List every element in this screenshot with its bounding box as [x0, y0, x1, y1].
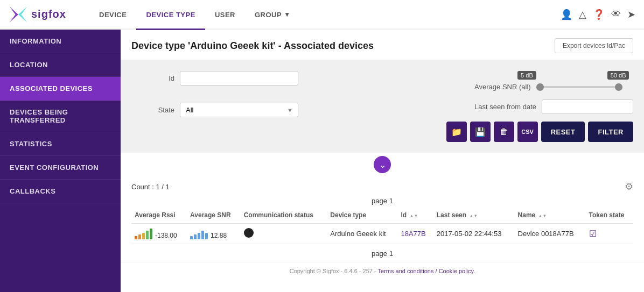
filter-col-left: Id State All Active Inactive ▼ — [131, 71, 298, 117]
footer-link[interactable]: Terms and conditions / Cookie policy. — [378, 268, 475, 274]
logo-icon — [9, 5, 28, 24]
table-row[interactable]: -138.00 12.88 Arduino Geeek kit 18A77B 2… — [131, 224, 633, 244]
sort-arrows-id: ▲▼ — [409, 214, 418, 218]
state-select[interactable]: All Active Inactive — [180, 103, 298, 117]
snr-thumb-right[interactable] — [615, 83, 622, 91]
cell-id[interactable]: 18A77B — [397, 224, 433, 244]
count-text: Count : 1 / 1 — [131, 183, 170, 191]
export-button[interactable]: Export devices Id/Pac — [555, 38, 633, 53]
col-id[interactable]: Id ▲▼ — [397, 207, 433, 224]
snr-row: Average SNR (all) — [474, 83, 622, 91]
folder-icon: 📁 — [451, 127, 462, 137]
trash-icon: 🗑 — [500, 127, 508, 137]
snr-max-badge: 50 dB — [607, 71, 629, 80]
exit-icon[interactable]: ➤ — [627, 9, 635, 20]
top-nav: sigfox DEVICE DEVICE TYPE USER GROUP ▼ 👤… — [0, 0, 644, 30]
id-label: Id — [131, 74, 174, 82]
csv-button[interactable]: CSV — [517, 122, 538, 142]
snr-bars — [190, 229, 208, 239]
table-area: Count : 1 / 1 ⚙ page 1 Average Rssi Aver… — [121, 176, 644, 260]
col-avg-snr: Average SNR — [187, 207, 241, 224]
sidebar-item-event-configuration[interactable]: EVENT CONFIGURATION — [0, 156, 121, 180]
filter-area: Id State All Active Inactive ▼ — [121, 60, 644, 153]
filter-columns: Id State All Active Inactive ▼ — [131, 71, 633, 117]
page-text-top: page 1 — [131, 195, 633, 207]
cell-name: Device 0018A77B — [515, 224, 586, 244]
nav-icons: 👤 △ ❓ 👁 ➤ — [561, 9, 635, 20]
toggle-button[interactable]: ⌄ — [374, 156, 391, 173]
table-header-row: Average Rssi Average SNR Communication s… — [131, 207, 633, 224]
eye-icon[interactable]: 👁 — [611, 9, 621, 20]
nav-group[interactable]: GROUP ▼ — [245, 1, 300, 30]
person-icon[interactable]: 👤 — [561, 9, 572, 20]
snr-thumb-left[interactable] — [536, 83, 544, 91]
data-table: Average Rssi Average SNR Communication s… — [131, 207, 633, 244]
snr-min-badge: 5 dB — [517, 71, 536, 80]
main-layout: INFORMATION LOCATION ASSOCIATED DEVICES … — [0, 30, 644, 292]
nav-device-type[interactable]: DEVICE TYPE — [136, 1, 205, 30]
last-seen-input[interactable] — [542, 99, 633, 114]
snr-badges-row: 5 dB 50 dB — [474, 71, 629, 80]
main-content: Device type 'Arduino Geeek kit' - Associ… — [121, 30, 644, 292]
svg-marker-0 — [10, 6, 18, 22]
snr-slider[interactable] — [536, 86, 622, 88]
sidebar-item-callbacks[interactable]: CALLBACKS — [0, 180, 121, 203]
snr-badge-row: 5 dB 50 dB — [517, 71, 629, 80]
snr-area: 5 dB 50 dB Average SNR (all) — [474, 71, 633, 91]
col-comm-status: Communication status — [241, 207, 327, 224]
cell-comm-status — [241, 224, 327, 244]
logo-text: sigfox — [31, 8, 66, 20]
nav-links: DEVICE DEVICE TYPE USER GROUP ▼ — [89, 0, 561, 29]
col-token-state: Token state — [586, 207, 633, 224]
filter-row-id: Id — [131, 71, 298, 86]
cell-token-state: ☑ — [586, 224, 633, 244]
col-device-type: Device type — [327, 207, 397, 224]
question-icon[interactable]: ❓ — [593, 9, 605, 20]
folder-button[interactable]: 📁 — [446, 122, 467, 142]
token-state-icon: ☑ — [589, 229, 597, 238]
footer: Copyright © Sigfox - 6.4.6 - 257 - Terms… — [121, 262, 644, 280]
last-seen-row: Last seen from date — [474, 99, 633, 114]
settings-icon[interactable]: ⚙ — [625, 181, 633, 193]
sidebar: INFORMATION LOCATION ASSOCIATED DEVICES … — [0, 30, 121, 292]
reset-button[interactable]: RESET — [541, 122, 585, 142]
filter-button[interactable]: FILTER — [588, 122, 633, 142]
sidebar-item-location[interactable]: LOCATION — [0, 53, 121, 77]
rssi-value: -138.00 — [155, 232, 177, 239]
logo-area: sigfox — [9, 5, 68, 24]
state-label: State — [131, 106, 174, 114]
svg-marker-1 — [18, 6, 27, 22]
sort-arrows-name: ▲▼ — [538, 214, 547, 218]
warning-icon[interactable]: △ — [579, 9, 586, 20]
cell-device-type: Arduino Geeek kit — [327, 224, 397, 244]
snr-value: 12.88 — [211, 232, 227, 239]
save-icon: 💾 — [475, 127, 486, 137]
sidebar-item-information[interactable]: INFORMATION — [0, 30, 121, 53]
col-avg-rssi: Average Rssi — [131, 207, 187, 224]
nav-device[interactable]: DEVICE — [89, 1, 136, 30]
filter-row-state: State All Active Inactive ▼ — [131, 103, 298, 117]
sidebar-item-associated-devices[interactable]: ASSOCIATED DEVICES — [0, 77, 121, 101]
page-header: Device type 'Arduino Geeek kit' - Associ… — [121, 30, 644, 60]
footer-text: Copyright © Sigfox - 6.4.6 - 257 - — [290, 268, 378, 274]
csv-icon: CSV — [521, 129, 534, 135]
col-last-seen[interactable]: Last seen ▲▼ — [433, 207, 515, 224]
save-button[interactable]: 💾 — [470, 122, 491, 142]
nav-user[interactable]: USER — [205, 1, 245, 30]
cell-snr: 12.88 — [187, 224, 241, 244]
chevron-down-icon: ⌄ — [379, 160, 386, 170]
sidebar-item-devices-being-transferred[interactable]: DEVICES BEING TRANSFERRED — [0, 101, 121, 132]
page-text-bottom: page 1 — [131, 247, 633, 260]
status-circle — [244, 228, 254, 238]
toggle-area: ⌄ — [121, 153, 644, 176]
chevron-down-icon: ▼ — [284, 11, 290, 18]
snr-label: Average SNR (all) — [474, 83, 531, 91]
state-select-wrapper: All Active Inactive ▼ — [180, 103, 298, 117]
sidebar-item-statistics[interactable]: STATISTICS — [0, 132, 121, 156]
sort-arrows-last-seen: ▲▼ — [469, 214, 478, 218]
delete-button[interactable]: 🗑 — [494, 122, 514, 142]
cell-last-seen: 2017-05-02 22:44:53 — [433, 224, 515, 244]
col-name[interactable]: Name ▲▼ — [515, 207, 586, 224]
id-input[interactable] — [180, 71, 298, 86]
filter-col-right: 5 dB 50 dB Average SNR (all) — [474, 71, 633, 114]
